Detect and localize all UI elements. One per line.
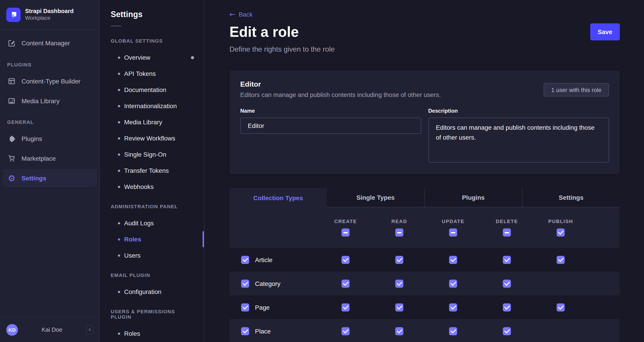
category-update-checkbox[interactable] — [449, 279, 457, 287]
user-menu[interactable]: KD Kai Doe ‹ — [0, 317, 100, 342]
subnav-item-single-sign-on[interactable]: Single Sign-On — [100, 146, 204, 162]
bullet-icon — [118, 121, 120, 123]
row-label: Page — [255, 304, 270, 311]
category-create-checkbox[interactable] — [342, 279, 350, 287]
page-update-checkbox[interactable] — [449, 303, 457, 311]
place-update-checkbox[interactable] — [449, 327, 457, 335]
place-delete-checkbox[interactable] — [503, 327, 511, 335]
subnav-item-audit-logs[interactable]: Audit Logs — [100, 215, 204, 231]
subnav-item-webhooks[interactable]: Webhooks — [100, 179, 204, 195]
select-all-publish-checkbox[interactable] — [556, 228, 565, 237]
row-checkbox[interactable] — [241, 303, 249, 311]
select-all-read-checkbox[interactable] — [395, 228, 403, 237]
main-content: ← Back Edit a role Save Define the right… — [204, 0, 644, 342]
bullet-icon — [118, 105, 120, 107]
settings-subnav: Settings GLOBAL SETTINGS Overview API To… — [100, 0, 204, 342]
nav-item-label: Content Manager — [22, 40, 70, 47]
subnav-item-up-roles[interactable]: Roles — [100, 325, 204, 341]
page-publish-checkbox[interactable] — [556, 303, 565, 311]
subnav-item-internationalization[interactable]: Internationalization — [100, 98, 204, 114]
subnav-item-label: Transfer Tokens — [124, 167, 169, 174]
tab-collection-types[interactable]: Collection Types — [230, 188, 327, 207]
subnav-item-label: Overview — [124, 54, 150, 61]
bullet-icon — [118, 291, 120, 293]
nav-item-label: Content-Type Builder — [22, 78, 80, 85]
subnav-section-global-settings: GLOBAL SETTINGS — [100, 38, 204, 44]
users-with-role-button[interactable]: 1 user with this role — [544, 83, 609, 96]
tab-settings[interactable]: Settings — [522, 188, 620, 207]
permissions-panel: CREATE READ UPDATE DELETE PUBLISH — [230, 207, 620, 342]
strapi-logo-icon — [6, 8, 20, 22]
chevron-left-icon: ‹ — [89, 326, 91, 332]
row-checkbox[interactable] — [241, 279, 249, 287]
bullet-icon — [118, 186, 120, 188]
category-read-checkbox[interactable] — [395, 279, 403, 287]
subnav-item-label: Documentation — [124, 86, 166, 93]
page-read-checkbox[interactable] — [395, 303, 403, 311]
place-read-checkbox[interactable] — [395, 327, 403, 335]
description-textarea[interactable]: Editors can manage and publish contents … — [428, 118, 609, 162]
gear-icon: ⚙ — [7, 174, 16, 183]
subnav-item-label: Review Workflows — [124, 135, 175, 142]
row-label: Article — [255, 256, 272, 263]
back-link[interactable]: ← Back — [230, 11, 252, 18]
name-field-label: Name — [240, 108, 421, 114]
nav-item-content-manager[interactable]: Content Manager — [3, 34, 97, 52]
column-header-publish: PUBLISH — [548, 219, 573, 224]
save-button[interactable]: Save — [590, 23, 620, 40]
nav-item-plugins[interactable]: Plugins — [3, 130, 97, 148]
subnav-item-label: Users — [124, 252, 140, 259]
name-input[interactable] — [240, 118, 421, 134]
workspace-switcher[interactable]: Strapi Dashboard Workplace — [0, 0, 100, 30]
bullet-icon — [118, 153, 120, 155]
nav-item-label: Settings — [22, 175, 46, 182]
row-checkbox[interactable] — [241, 256, 249, 264]
article-create-checkbox[interactable] — [342, 256, 350, 264]
nav-section-general: GENERAL — [0, 119, 100, 125]
category-delete-checkbox[interactable] — [503, 279, 511, 287]
row-checkbox[interactable] — [241, 327, 249, 335]
subnav-item-label: Internationalization — [124, 102, 177, 109]
workspace-name: Workplace — [25, 15, 74, 22]
content-type-builder-icon — [7, 77, 16, 86]
bullet-icon — [118, 73, 120, 75]
bullet-icon — [118, 137, 120, 139]
subnav-item-roles[interactable]: Roles — [100, 231, 204, 247]
subnav-item-overview[interactable]: Overview — [100, 49, 204, 66]
select-all-delete-checkbox[interactable] — [503, 228, 511, 237]
nav-item-media-library[interactable]: Media Library — [3, 92, 97, 110]
nav-item-settings[interactable]: ⚙ Settings — [3, 169, 97, 187]
select-all-update-checkbox[interactable] — [449, 228, 457, 237]
article-delete-checkbox[interactable] — [503, 256, 511, 264]
nav-item-content-type-builder[interactable]: Content-Type Builder — [3, 72, 97, 90]
tab-single-types[interactable]: Single Types — [327, 188, 424, 207]
page-create-checkbox[interactable] — [342, 303, 350, 311]
subnav-item-documentation[interactable]: Documentation — [100, 82, 204, 98]
subnav-item-transfer-tokens[interactable]: Transfer Tokens — [100, 162, 204, 179]
app-title: Strapi Dashboard — [25, 8, 74, 15]
article-update-checkbox[interactable] — [449, 256, 457, 264]
bullet-icon — [118, 222, 120, 224]
subnav-item-label: Roles — [124, 236, 141, 243]
tab-plugins[interactable]: Plugins — [424, 188, 522, 207]
subnav-item-configuration[interactable]: Configuration — [100, 284, 204, 300]
subnav-item-review-workflows[interactable]: Review Workflows — [100, 130, 204, 146]
user-name: Kai Doe — [22, 326, 82, 333]
article-read-checkbox[interactable] — [395, 256, 403, 264]
collapse-sidebar-button[interactable]: ‹ — [86, 325, 93, 334]
bullet-icon — [118, 238, 120, 240]
article-publish-checkbox[interactable] — [556, 256, 565, 264]
subnav-item-media-library[interactable]: Media Library — [100, 114, 204, 130]
select-all-create-checkbox[interactable] — [342, 228, 350, 237]
nav-item-marketplace[interactable]: Marketplace — [3, 149, 97, 167]
place-create-checkbox[interactable] — [342, 327, 350, 335]
subnav-item-api-tokens[interactable]: API Tokens — [100, 66, 204, 82]
subnav-item-users[interactable]: Users — [100, 247, 204, 263]
role-details-card: Editor Editors can manage and publish co… — [230, 70, 620, 174]
page-delete-checkbox[interactable] — [503, 303, 511, 311]
description-field-label: Description — [428, 108, 609, 114]
column-header-delete: DELETE — [496, 219, 518, 224]
permissions-tabs: Collection Types Single Types Plugins Se… — [230, 188, 620, 207]
subnav-item-label: Roles — [124, 330, 140, 337]
column-header-create: CREATE — [334, 219, 357, 224]
